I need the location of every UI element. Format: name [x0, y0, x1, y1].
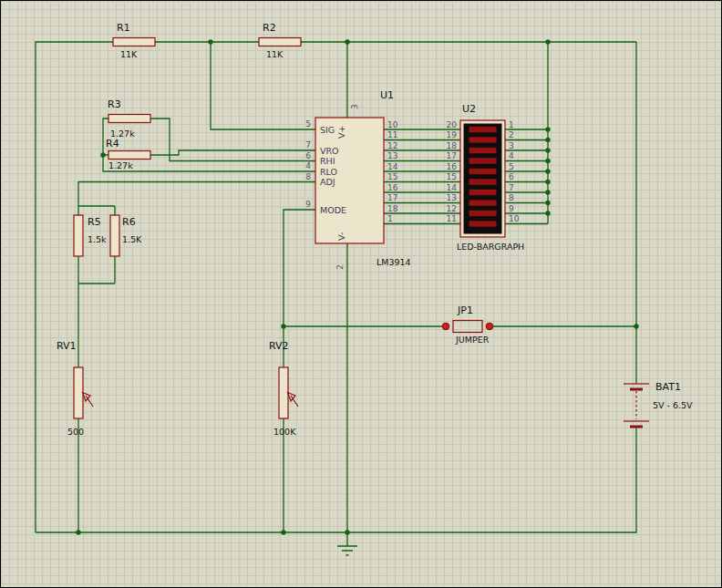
- led-segment: [469, 211, 497, 216]
- led-segment: [469, 127, 497, 132]
- u2-pin-number: 8: [509, 193, 514, 202]
- component-u2[interactable]: U2 LED-BARGRAPH 20 19 18 17 16 15 14 13 …: [447, 103, 525, 252]
- r1-value-label: 11K: [120, 49, 138, 59]
- wire-r3r4-rlo[interactable]: [103, 119, 315, 171]
- component-r1[interactable]: R1 11K: [113, 22, 155, 59]
- u1-pin-number: 17: [387, 193, 397, 202]
- u1-pin-number: 13: [387, 151, 397, 160]
- u1-pin-number: 12: [387, 141, 397, 150]
- component-bat1[interactable]: BAT1 5V - 6.5V: [624, 381, 693, 427]
- ground-bars: [337, 546, 357, 555]
- ground-symbol[interactable]: [337, 546, 357, 555]
- resistor-body[interactable]: [108, 115, 150, 123]
- u1-pin-number-bottom: 2: [335, 264, 345, 270]
- resistor-body[interactable]: [259, 38, 301, 46]
- u1-pin-number: 15: [387, 172, 397, 181]
- u2-pin-number: 1: [509, 120, 514, 129]
- led-segment: [469, 200, 497, 205]
- led-segment: [469, 169, 497, 174]
- u2-pin-number: 14: [447, 183, 458, 192]
- r2-ref-label: R2: [263, 22, 276, 34]
- component-r2[interactable]: R2 11K: [259, 22, 301, 59]
- u1-pin-number: 6: [305, 151, 311, 160]
- r4-ref-label: R4: [106, 138, 119, 150]
- rv1-ref-label: RV1: [57, 340, 77, 352]
- u1-ref-label: U1: [380, 89, 394, 101]
- junction-dot: [281, 530, 285, 534]
- component-r5[interactable]: R5 1.5k: [74, 215, 107, 256]
- resistor-body[interactable]: [113, 38, 155, 46]
- u2-pin-number: 17: [447, 151, 457, 160]
- component-u1[interactable]: U1 LM3914 SIG VRO RHI RLO ADJ MODE 5 7 6…: [305, 89, 410, 270]
- u1-pin-number: 10: [387, 120, 398, 129]
- r2-value-label: 11K: [266, 49, 284, 59]
- u2-pin-number: 11: [447, 214, 457, 223]
- u2-pin-number: 16: [447, 162, 458, 171]
- u2-pin-number: 15: [447, 172, 457, 181]
- jumper-body[interactable]: [453, 321, 482, 333]
- u1-pin-name: RHI: [320, 156, 335, 166]
- led-segment: [469, 158, 497, 163]
- led-segment: [469, 179, 497, 184]
- pot-body[interactable]: [279, 367, 288, 418]
- u1-pin-number: 4: [305, 161, 311, 170]
- schematic-canvas: R1 11K R2 11K R3 1.27k R4 1.27k R5 1.5k …: [0, 0, 722, 588]
- rv1-value-label: 500: [67, 427, 84, 437]
- r5-value-label: 1.5k: [88, 234, 107, 244]
- u1-pin-number-top: 3: [350, 104, 359, 109]
- u2-pin-number: 5: [509, 162, 514, 171]
- jumper-pad[interactable]: [486, 323, 493, 330]
- component-rv1[interactable]: RV1 500: [57, 340, 93, 437]
- u1-pin-name-vminus: V-: [336, 232, 346, 241]
- resistor-body[interactable]: [110, 215, 119, 256]
- component-jp1[interactable]: JP1 JUMPER: [442, 304, 493, 345]
- u2-pin-number: 12: [447, 204, 457, 213]
- junction-dot: [545, 159, 550, 163]
- component-r6[interactable]: R6 1.5K: [110, 215, 142, 256]
- junction-dot: [545, 127, 550, 131]
- u1-pin-number: 14: [387, 162, 398, 171]
- r1-ref-label: R1: [117, 22, 130, 34]
- u1-pin-number: 7: [305, 140, 311, 150]
- junction-dot: [545, 201, 550, 205]
- u2-ref-label: U2: [462, 103, 476, 115]
- u1-pin-number: 18: [387, 204, 398, 213]
- u2-pin-number: 4: [509, 151, 514, 160]
- junction-dot: [281, 324, 285, 328]
- resistor-body[interactable]: [74, 215, 83, 256]
- resistor-body[interactable]: [108, 151, 150, 160]
- junction-dots: [76, 39, 638, 534]
- jp1-ref-label: JP1: [457, 304, 473, 316]
- led-segment: [469, 190, 497, 195]
- junction-dot: [208, 39, 212, 44]
- r6-ref-label: R6: [122, 216, 136, 228]
- component-r4[interactable]: R4 1.27k: [106, 138, 150, 170]
- u1-pin-name: RLO: [320, 167, 337, 177]
- component-r3[interactable]: R3 1.27k: [108, 98, 150, 139]
- u2-pin-number: 2: [509, 130, 514, 139]
- u1-pin-number: 11: [387, 130, 397, 139]
- u1-pin-name: ADJ: [320, 177, 335, 187]
- r4-value-label: 1.27k: [108, 160, 133, 170]
- wire-right-bus-lower-bottom[interactable]: [36, 427, 636, 532]
- junction-dot: [545, 148, 550, 152]
- r3-ref-label: R3: [108, 98, 121, 110]
- junction-dot: [545, 138, 550, 142]
- junction-dot: [634, 324, 638, 328]
- u2-pin-number: 20: [447, 120, 458, 129]
- jumper-pad[interactable]: [442, 323, 449, 330]
- u1-pin-number: 8: [305, 172, 311, 181]
- bat1-ref-label: BAT1: [655, 381, 681, 393]
- wire-r4-vro[interactable]: [150, 150, 315, 155]
- led-segment: [469, 137, 497, 142]
- r5-ref-label: R5: [88, 216, 101, 228]
- junction-dot: [545, 39, 550, 44]
- led-segment: [469, 221, 497, 226]
- wire-sig[interactable]: [211, 42, 315, 129]
- pot-body[interactable]: [74, 367, 83, 418]
- junction-dot: [545, 211, 550, 215]
- junction-dot: [345, 39, 349, 44]
- bat1-value-label: 5V - 6.5V: [653, 400, 693, 410]
- u2-pin-number: 9: [509, 204, 514, 213]
- junction-dot: [545, 180, 550, 184]
